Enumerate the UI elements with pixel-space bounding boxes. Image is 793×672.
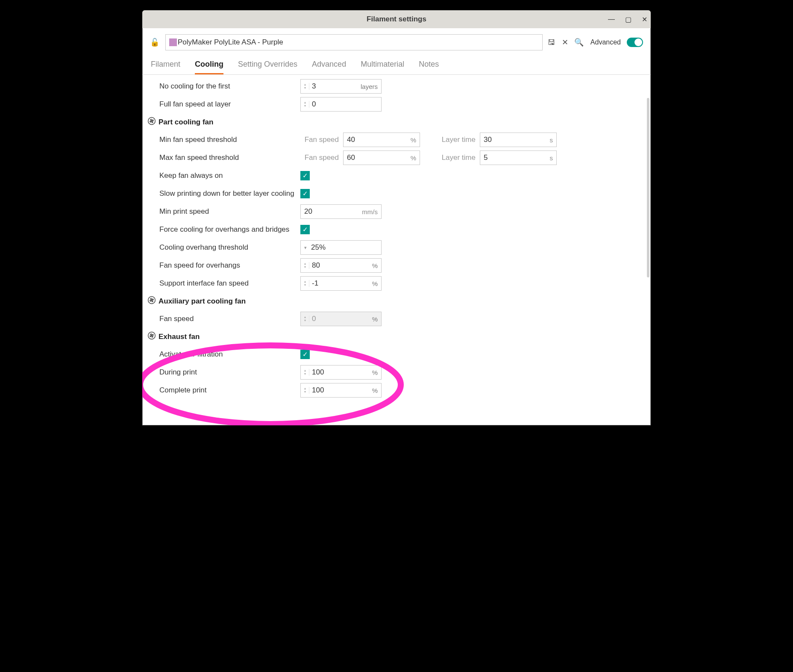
fan-icon — [147, 296, 156, 307]
air-filtration-checkbox[interactable]: ✓ — [300, 350, 310, 359]
minimize-button[interactable]: — — [608, 15, 615, 23]
row-aux-fan-speed: Fan speed ▴▾ 0 % — [142, 310, 651, 328]
row-during-print: During print ▴▾ 100 % — [142, 363, 651, 381]
content-panel: No cooling for the first ▴▾ 3 layers Ful… — [142, 75, 651, 425]
max-thresh-fan-input[interactable]: 60 % — [343, 150, 420, 165]
tab-cooling[interactable]: Cooling — [195, 60, 223, 74]
window-controls: — ▢ ✕ — [608, 10, 647, 28]
row-slow-printing: Slow printing down for better layer cool… — [142, 185, 651, 203]
row-complete-print: Complete print ▴▾ 100 % — [142, 381, 651, 399]
section-exhaust-fan: Exhaust fan — [142, 328, 651, 345]
save-icon[interactable]: 🖫 — [547, 38, 556, 47]
spinner-arrows: ▴▾ — [301, 315, 309, 322]
row-force-cooling-overhangs: Force cooling for overhangs and bridges … — [142, 221, 651, 239]
row-min-print-speed: Min print speed 20 mm/s — [142, 203, 651, 221]
spinner-arrows[interactable]: ▴▾ — [301, 83, 309, 90]
window-title: Filament settings — [367, 15, 426, 24]
window: Filament settings — ▢ ✕ 🔓 PolyMaker Poly… — [142, 10, 651, 425]
color-swatch — [169, 38, 177, 46]
section-part-cooling-fan: Part cooling fan — [142, 113, 651, 131]
complete-print-input[interactable]: ▴▾ 100 % — [300, 383, 382, 398]
tab-multimaterial[interactable]: Multimaterial — [361, 60, 404, 74]
support-fan-input[interactable]: ▴▾ -1 % — [300, 276, 382, 291]
min-print-speed-input[interactable]: 20 mm/s — [300, 204, 382, 219]
unlock-icon[interactable]: 🔓 — [150, 38, 159, 47]
label: Full fan speed at layer — [159, 100, 300, 109]
no-cooling-first-input[interactable]: ▴▾ 3 layers — [300, 79, 382, 94]
row-no-cooling-first: No cooling for the first ▴▾ 3 layers — [142, 77, 651, 95]
fan-icon — [147, 331, 156, 342]
tab-setting-overrides[interactable]: Setting Overrides — [238, 60, 297, 74]
search-icon[interactable]: 🔍 — [574, 38, 584, 47]
row-activate-air-filtration: Activate air filtration ✓ — [142, 345, 651, 363]
row-full-fan-speed-layer: Full fan speed at layer ▴▾ 0 — [142, 95, 651, 113]
filament-name-text: PolyMaker PolyLite ASA - Purple — [178, 38, 283, 47]
clear-icon[interactable]: ✕ — [561, 38, 570, 47]
overhang-fan-input[interactable]: ▴▾ 80 % — [300, 258, 382, 273]
spinner-arrows[interactable]: ▴▾ — [301, 387, 309, 394]
advanced-label: Advanced — [590, 38, 621, 46]
min-thresh-fan-input[interactable]: 40 % — [343, 133, 420, 147]
section-aux-cooling-fan: Auxiliary part cooling fan — [142, 292, 651, 310]
maximize-button[interactable]: ▢ — [625, 15, 631, 24]
filament-name-combo[interactable]: PolyMaker PolyLite ASA - Purple — [165, 34, 543, 50]
fan-icon — [147, 117, 156, 127]
min-thresh-layer-input[interactable]: 30 s — [480, 133, 557, 147]
overhang-threshold-combo[interactable]: ▾ 25% — [300, 240, 382, 255]
toolbar: 🔓 PolyMaker PolyLite ASA - Purple 🖫 ✕ 🔍 … — [142, 28, 651, 53]
tabs: Filament Cooling Setting Overrides Advan… — [142, 53, 651, 75]
spinner-arrows[interactable]: ▴▾ — [301, 369, 309, 376]
row-max-fan-threshold: Max fan speed threshold Fan speed 60 % L… — [142, 149, 651, 167]
spinner-arrows[interactable]: ▴▾ — [301, 262, 309, 269]
scrollbar[interactable] — [647, 98, 649, 277]
row-fan-speed-overhangs: Fan speed for overhangs ▴▾ 80 % — [142, 256, 651, 274]
keep-fan-on-checkbox[interactable]: ✓ — [300, 171, 310, 180]
spinner-arrows[interactable]: ▴▾ — [301, 280, 309, 287]
max-thresh-layer-input[interactable]: 5 s — [480, 150, 557, 165]
tab-advanced[interactable]: Advanced — [312, 60, 346, 74]
tab-filament[interactable]: Filament — [151, 60, 180, 74]
chevron-down-icon: ▾ — [301, 245, 310, 251]
row-keep-fan-on: Keep fan always on ✓ — [142, 167, 651, 185]
row-min-fan-threshold: Min fan speed threshold Fan speed 40 % L… — [142, 131, 651, 149]
full-fan-layer-input[interactable]: ▴▾ 0 — [300, 97, 382, 112]
during-print-input[interactable]: ▴▾ 100 % — [300, 365, 382, 380]
row-support-interface-fan: Support interface fan speed ▴▾ -1 % — [142, 274, 651, 292]
close-button[interactable]: ✕ — [642, 15, 647, 24]
slow-printing-checkbox[interactable]: ✓ — [300, 189, 310, 198]
aux-fan-speed-input: ▴▾ 0 % — [300, 312, 382, 326]
row-cooling-overhang-threshold: Cooling overhang threshold ▾ 25% — [142, 239, 651, 256]
spinner-arrows[interactable]: ▴▾ — [301, 101, 309, 108]
force-overhang-checkbox[interactable]: ✓ — [300, 225, 310, 234]
tab-notes[interactable]: Notes — [419, 60, 439, 74]
titlebar: Filament settings — ▢ ✕ — [142, 10, 651, 28]
advanced-toggle[interactable] — [627, 38, 643, 47]
label: No cooling for the first — [159, 82, 300, 91]
